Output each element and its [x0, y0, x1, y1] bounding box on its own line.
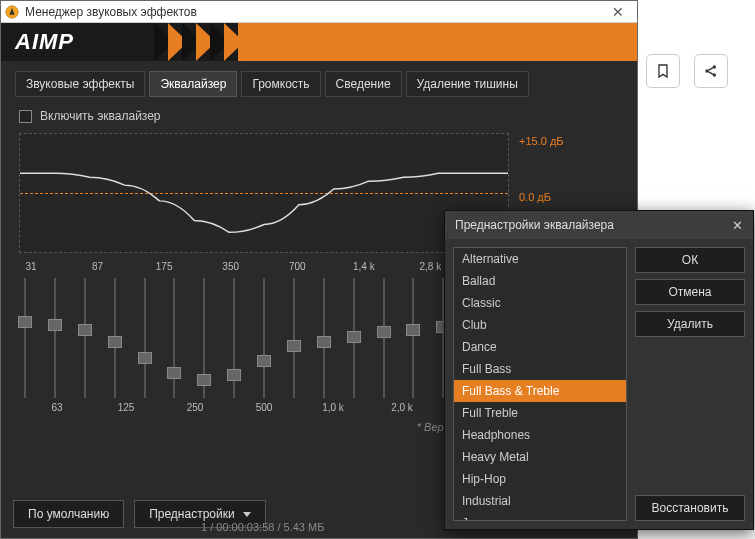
preset-item[interactable]: Club [454, 314, 626, 336]
preset-item[interactable]: Classic [454, 292, 626, 314]
titlebar: Менеджер звуковых эффектов ✕ [1, 1, 637, 23]
eq-band-slider[interactable] [79, 278, 91, 398]
popup-title-text: Преднастройки эквалайзера [455, 218, 614, 232]
delete-button[interactable]: Удалить [635, 311, 745, 337]
eq-band-slider[interactable] [318, 278, 330, 398]
freq-label: 63 [45, 402, 69, 413]
cancel-button[interactable]: Отмена [635, 279, 745, 305]
eq-band-slider[interactable] [19, 278, 31, 398]
app-icon [5, 5, 19, 19]
tab-4[interactable]: Удаление тишины [406, 71, 529, 97]
freq-label: 700 [285, 261, 309, 272]
ok-button[interactable]: ОК [635, 247, 745, 273]
tab-3[interactable]: Сведение [325, 71, 402, 97]
preset-item[interactable]: Dance [454, 336, 626, 358]
popup-close-button[interactable]: ✕ [732, 218, 743, 233]
freq-labels-lower: 631252505001,0 k2,0 k4,0 k [45, 402, 483, 413]
logo-text: AIMP [15, 29, 74, 55]
preset-item[interactable]: Ballad [454, 270, 626, 292]
freq-label: 500 [252, 402, 276, 413]
eq-band-slider[interactable] [407, 278, 419, 398]
window-title: Менеджер звуковых эффектов [25, 5, 603, 19]
ok-button-label: ОК [682, 253, 698, 267]
db-scale: +15.0 дБ 0.0 дБ [519, 133, 564, 203]
preset-item[interactable]: Industrial [454, 490, 626, 512]
freq-label: 87 [86, 261, 110, 272]
preset-item[interactable]: Heavy Metal [454, 446, 626, 468]
eq-band-slider[interactable] [348, 278, 360, 398]
popup-titlebar: Преднастройки эквалайзера ✕ [445, 211, 753, 239]
scale-mid: 0.0 дБ [519, 191, 564, 203]
eq-band-slider[interactable] [288, 278, 300, 398]
default-button-label: По умолчанию [28, 507, 109, 521]
eq-band-slider[interactable] [228, 278, 240, 398]
eq-band-slider[interactable] [168, 278, 180, 398]
preset-item[interactable]: Full Bass [454, 358, 626, 380]
freq-label: 175 [152, 261, 176, 272]
presets-button-label: Преднастройки [149, 507, 235, 521]
chevron-decor [154, 23, 238, 61]
tab-2[interactable]: Громкость [241, 71, 320, 97]
preset-list[interactable]: AlternativeBalladClassicClubDanceFull Ba… [453, 247, 627, 521]
freq-label: 1,0 k [321, 402, 345, 413]
preset-item[interactable]: Hip-Hop [454, 468, 626, 490]
cancel-button-label: Отмена [668, 285, 711, 299]
header-banner: AIMP [1, 23, 637, 61]
bookmark-icon [655, 63, 671, 79]
eq-band-slider[interactable] [139, 278, 151, 398]
eq-band-slider[interactable] [49, 278, 61, 398]
freq-label: 1,4 k [352, 261, 376, 272]
enable-equalizer-label: Включить эквалайзер [40, 109, 161, 123]
freq-label: 125 [114, 402, 138, 413]
caret-down-icon [243, 512, 251, 517]
freq-label: 350 [219, 261, 243, 272]
eq-band-slider[interactable] [198, 278, 210, 398]
delete-button-label: Удалить [667, 317, 713, 331]
tab-0[interactable]: Звуковые эффекты [15, 71, 145, 97]
default-button[interactable]: По умолчанию [13, 500, 124, 528]
tab-bar: Звуковые эффектыЭквалайзерГромкостьСведе… [1, 61, 637, 103]
status-text: 1 / 00:00:03:58 / 5.43 МБ [201, 521, 324, 533]
freq-labels-upper: 31871753507001,4 k2,8 k5,6 k [19, 261, 509, 272]
eq-sliders [19, 278, 509, 398]
preset-item[interactable]: Headphones [454, 424, 626, 446]
tab-1[interactable]: Эквалайзер [149, 71, 237, 97]
eq-band-slider[interactable] [258, 278, 270, 398]
restore-button[interactable]: Восстановить [635, 495, 745, 521]
eq-presets-dialog: Преднастройки эквалайзера ✕ AlternativeB… [444, 210, 754, 530]
share-icon [703, 63, 719, 79]
freq-label: 2,0 k [390, 402, 414, 413]
eq-band-slider[interactable] [109, 278, 121, 398]
freq-label: 250 [183, 402, 207, 413]
eq-band-slider[interactable] [378, 278, 390, 398]
eq-curve [20, 134, 508, 252]
preset-item[interactable]: Full Bass & Treble [454, 380, 626, 402]
bookmark-button[interactable] [646, 54, 680, 88]
eq-curve-graph [19, 133, 509, 253]
enable-equalizer-checkbox[interactable] [19, 110, 32, 123]
popup-buttons: ОК Отмена Удалить Восстановить [635, 247, 745, 521]
share-button[interactable] [694, 54, 728, 88]
preset-item[interactable]: Jazz [454, 512, 626, 521]
freq-label: 31 [19, 261, 43, 272]
preset-item[interactable]: Full Treble [454, 402, 626, 424]
freq-label: 2,8 k [418, 261, 442, 272]
scale-top: +15.0 дБ [519, 135, 564, 147]
window-close-button[interactable]: ✕ [603, 4, 633, 20]
restore-button-label: Восстановить [652, 501, 729, 515]
preset-item[interactable]: Alternative [454, 248, 626, 270]
